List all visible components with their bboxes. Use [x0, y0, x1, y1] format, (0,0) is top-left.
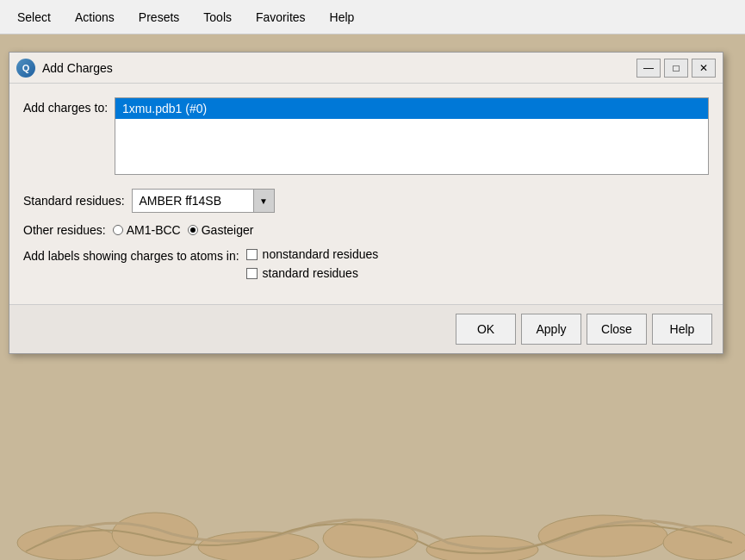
- standard-residues-dropdown[interactable]: AMBER ff14SB ▼: [132, 189, 275, 213]
- menu-favorites[interactable]: Favorites: [245, 7, 316, 28]
- add-charges-dialog: Q Add Charges — □ ✕ Add charges to: 1xmu…: [9, 52, 723, 354]
- am1-bcc-radio[interactable]: [113, 225, 123, 235]
- menu-tools[interactable]: Tools: [193, 7, 242, 28]
- nonstandard-residues-checkbox-label: nonstandard residues: [263, 247, 379, 261]
- am1-bcc-option[interactable]: AM1-BCC: [113, 223, 181, 237]
- am1-bcc-label: AM1-BCC: [127, 223, 181, 237]
- other-residues-row: Other residues: AM1-BCC Gasteiger: [23, 223, 709, 237]
- add-labels-section: Add labels showing charges to atoms in: …: [23, 247, 709, 280]
- standard-residues-value: AMBER ff14SB: [133, 192, 253, 209]
- menu-select[interactable]: Select: [7, 7, 61, 28]
- maximize-button[interactable]: □: [664, 59, 688, 78]
- dropdown-arrow-icon[interactable]: ▼: [253, 190, 274, 212]
- svg-point-1: [112, 513, 198, 556]
- gasteiger-radio[interactable]: [188, 225, 198, 235]
- background-area: Q Add Charges — □ ✕ Add charges to: 1xmu…: [0, 34, 745, 560]
- standard-residues-label: Standard residues:: [23, 194, 125, 208]
- close-button[interactable]: ✕: [692, 59, 716, 78]
- menu-actions[interactable]: Actions: [65, 7, 125, 28]
- menubar: Select Actions Presets Tools Favorites H…: [0, 0, 745, 34]
- dialog-title: Add Charges: [42, 61, 630, 75]
- listbox-section: Add charges to: 1xmu.pdb1 (#0): [23, 97, 709, 175]
- dialog-body: Add charges to: 1xmu.pdb1 (#0) Standard …: [9, 84, 723, 304]
- dialog-window-controls: — □ ✕: [636, 59, 716, 78]
- standard-residues-checkbox[interactable]: [246, 268, 258, 279]
- standard-residues-checkbox-label: standard residues: [263, 266, 358, 280]
- close-dialog-button[interactable]: Close: [587, 314, 647, 345]
- dialog-icon: Q: [16, 59, 35, 78]
- molecule-visualization: [0, 457, 745, 560]
- other-residues-radio-group: AM1-BCC Gasteiger: [113, 223, 254, 237]
- ok-button[interactable]: OK: [456, 314, 516, 345]
- standard-residues-checkbox-row[interactable]: standard residues: [246, 266, 379, 280]
- nonstandard-residues-checkbox-row[interactable]: nonstandard residues: [246, 247, 379, 261]
- menu-presets[interactable]: Presets: [128, 7, 189, 28]
- add-charges-to-label: Add charges to:: [23, 97, 108, 115]
- dialog-footer: OK Apply Close Help: [9, 304, 723, 353]
- nonstandard-residues-checkbox[interactable]: [246, 249, 258, 260]
- help-button[interactable]: Help: [652, 314, 712, 345]
- other-residues-label: Other residues:: [23, 223, 106, 237]
- checkbox-list: nonstandard residues standard residues: [246, 247, 379, 280]
- gasteiger-option[interactable]: Gasteiger: [188, 223, 254, 237]
- listbox-item[interactable]: 1xmu.pdb1 (#0): [115, 98, 708, 119]
- molecule-listbox[interactable]: 1xmu.pdb1 (#0): [115, 97, 709, 175]
- menu-help[interactable]: Help: [320, 7, 365, 28]
- gasteiger-label: Gasteiger: [202, 223, 254, 237]
- minimize-button[interactable]: —: [636, 59, 661, 78]
- dialog-titlebar: Q Add Charges — □ ✕: [9, 53, 723, 84]
- apply-button[interactable]: Apply: [521, 314, 581, 345]
- add-labels-label: Add labels showing charges to atoms in:: [23, 247, 239, 263]
- standard-residues-row: Standard residues: AMBER ff14SB ▼: [23, 189, 709, 213]
